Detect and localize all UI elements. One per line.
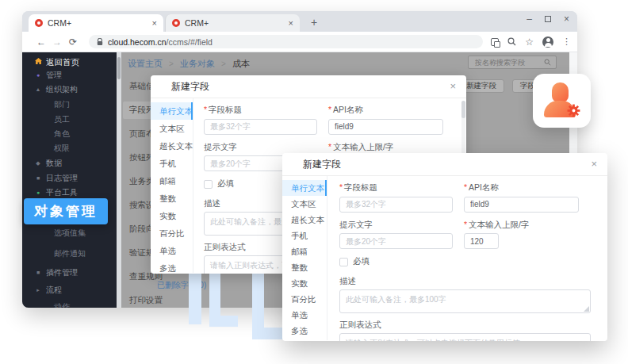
sidebar-item-mail-notice[interactable]: 邮件通知 [22, 247, 117, 260]
required-marker: * [204, 105, 207, 114]
minimize-icon[interactable]: – [527, 14, 532, 24]
breadcrumb-object-link[interactable]: 业务对象 [180, 59, 215, 68]
app-sidebar: 返回首页 ● 管理 ▲ 组织架构 部门 员工 角色 [22, 52, 117, 308]
browser-tab-2[interactable]: CRM+ × [165, 14, 300, 32]
menu-item-print-settings[interactable]: 打印设置 [123, 292, 182, 308]
field-title-label: 字段标题 [344, 182, 377, 192]
tab-title: CRM+ [185, 18, 284, 28]
profile-icon[interactable] [542, 36, 553, 48]
tab-single-select[interactable]: 单选 [151, 242, 193, 259]
maximize-icon[interactable] [545, 16, 551, 22]
tab-text-area[interactable]: 文本区 [282, 196, 327, 212]
gear-icon [566, 103, 581, 121]
menu-kebab-icon[interactable]: ⋮ [562, 37, 571, 46]
modal-title: 新建字段 [303, 158, 341, 171]
tab-integer[interactable]: 整数 [282, 259, 327, 275]
sidebar-scrollbar[interactable] [117, 52, 121, 308]
tab-multi-select[interactable]: 多选 [151, 259, 193, 274]
tab-single-line-text[interactable]: 单行文本 [151, 102, 193, 120]
api-name-input[interactable] [464, 197, 579, 213]
sidebar-item-label: 邮件通知 [54, 248, 86, 259]
sidebar-item-platform[interactable]: ● 平台工具 [22, 186, 117, 199]
tab-single-line-text[interactable]: 单行文本 [282, 180, 327, 196]
crm-favicon [172, 19, 180, 27]
sidebar-item-action[interactable]: 动作 [22, 301, 117, 308]
tab-percentage[interactable]: 百分比 [151, 224, 193, 242]
sidebar-item-plugin[interactable]: ■ 插件管理 [22, 266, 117, 279]
new-tab-button[interactable]: + [308, 15, 320, 29]
field-search-box[interactable] [468, 56, 557, 69]
sidebar-item-label: 部门 [54, 99, 70, 110]
tab-email[interactable]: 邮箱 [151, 172, 193, 190]
tab-long-text[interactable]: 超长文本 [282, 212, 327, 228]
tab-close-icon[interactable]: × [147, 18, 157, 28]
translate-icon[interactable] [491, 38, 499, 46]
sidebar-item-data[interactable]: ◆ 数据 [22, 157, 117, 170]
required-marker: * [328, 105, 331, 114]
sidebar-item-home[interactable]: 返回首页 [22, 56, 117, 69]
toolbar-right-icons: ☆ ⋮ [491, 36, 571, 48]
back-icon[interactable]: ← [33, 36, 49, 48]
address-bar[interactable]: cloud.hecom.cn/ccms/#/field [89, 35, 483, 48]
hint-input[interactable] [339, 233, 453, 249]
data-icon: ◆ [33, 159, 43, 167]
field-title-input[interactable] [339, 197, 453, 213]
tab-percentage[interactable]: 百分比 [282, 291, 327, 307]
description-textarea[interactable] [340, 290, 590, 312]
required-checkbox[interactable] [204, 180, 213, 189]
search-input[interactable] [473, 58, 544, 67]
browser-toolbar: ← → ⟳ cloud.hecom.cn/ccms/#/field ☆ ⋮ [22, 32, 577, 52]
sidebar-item-manage[interactable]: ● 管理 [22, 69, 117, 82]
sidebar-item-option-set[interactable]: 选项值集 [22, 227, 117, 239]
zoom-icon[interactable] [507, 37, 516, 46]
manage-icon: ● [33, 71, 43, 79]
tab-multi-select[interactable]: 多选 [282, 323, 327, 339]
scrollbar-thumb[interactable] [117, 57, 121, 79]
sidebar-item-label: 数据 [46, 158, 62, 169]
tab-single-select[interactable]: 单选 [282, 307, 327, 323]
tab-phone[interactable]: 手机 [282, 228, 327, 243]
required-checkbox[interactable] [339, 258, 348, 266]
sidebar-item-org[interactable]: ▲ 组织架构 [22, 83, 117, 96]
regex-textarea[interactable] [340, 334, 590, 341]
bookmark-star-icon[interactable]: ☆ [525, 37, 534, 47]
sidebar-item-department[interactable]: 部门 [22, 98, 117, 111]
sidebar-item-log[interactable]: ■ 日志管理 [22, 172, 117, 185]
text-limit-input[interactable] [464, 233, 499, 249]
close-window-icon[interactable]: × [564, 14, 569, 24]
close-icon[interactable]: × [591, 158, 597, 171]
reload-icon[interactable]: ⟳ [65, 36, 81, 48]
sidebar-item-permission[interactable]: 权限 [22, 142, 117, 155]
api-name-input[interactable] [328, 119, 443, 135]
tab-long-text[interactable]: 超长文本 [151, 137, 193, 155]
sidebar-item-label: 平台工具 [46, 187, 78, 198]
crm-favicon [35, 19, 43, 27]
sidebar-item-employee[interactable]: 员工 [22, 113, 117, 126]
object-management-label: 对象管理 [24, 198, 108, 224]
url-text: cloud.hecom.cn/ccms/#/field [108, 37, 213, 47]
regex-area [339, 333, 591, 341]
sidebar-item-label: 角色 [54, 128, 70, 140]
sidebar-item-role[interactable]: 角色 [22, 128, 117, 140]
tab-email[interactable]: 邮箱 [282, 243, 327, 259]
text-limit-label: 文本输入上限/字 [469, 220, 529, 229]
sidebar-item-label: 员工 [54, 114, 70, 125]
sidebar-item-label: 动作 [54, 301, 70, 308]
close-icon[interactable]: × [450, 80, 456, 93]
sidebar-item-flow[interactable]: ▸ 流程 [22, 284, 117, 297]
tab-close-icon[interactable]: × [284, 18, 293, 28]
tab-real-number[interactable]: 实数 [151, 207, 193, 224]
log-icon: ■ [33, 174, 43, 182]
field-title-input[interactable] [204, 119, 317, 135]
browser-tab-1[interactable]: CRM+ × [29, 14, 163, 32]
forward-icon[interactable]: → [49, 36, 65, 48]
required-marker: * [339, 182, 343, 192]
tab-real-number[interactable]: 实数 [282, 275, 327, 291]
resize-grip-icon[interactable] [584, 306, 589, 312]
breadcrumb-home-link[interactable]: 设置主页 [128, 59, 163, 68]
description-label: 描述 [339, 276, 591, 287]
modal-header: 新建字段 × [282, 153, 607, 176]
tab-text-area[interactable]: 文本区 [151, 120, 193, 137]
tab-integer[interactable]: 整数 [151, 190, 193, 207]
tab-phone[interactable]: 手机 [151, 155, 193, 172]
